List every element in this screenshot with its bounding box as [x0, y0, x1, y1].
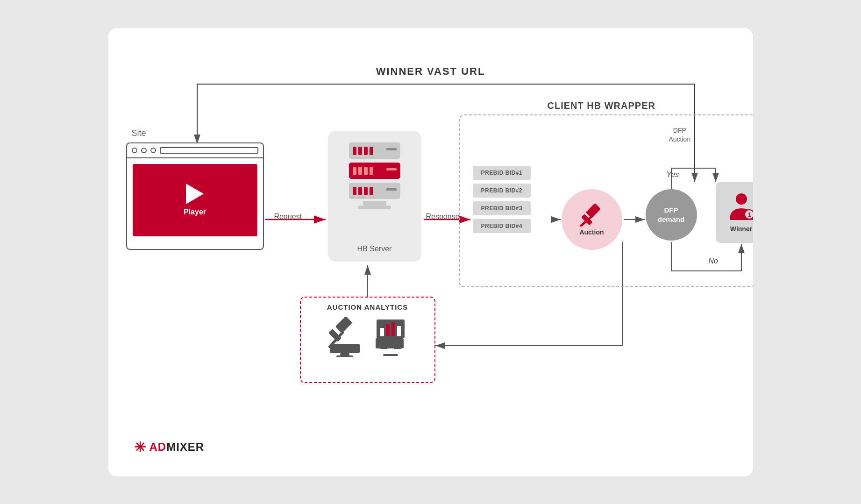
svg-rect-32	[349, 183, 400, 199]
bid-3: PREBID BID#3	[473, 201, 531, 215]
svg-rect-21	[353, 147, 356, 155]
svg-rect-30	[370, 167, 373, 175]
svg-rect-46	[335, 316, 352, 333]
bid-2: PREBID BID#2	[473, 184, 531, 198]
svg-rect-51	[336, 355, 353, 357]
svg-rect-27	[353, 167, 356, 175]
svg-rect-53	[380, 345, 387, 349]
auction-label: Auction	[579, 228, 604, 236]
dfp-demand-circle: DFP demand	[646, 189, 697, 241]
svg-rect-29	[364, 167, 368, 175]
bid-4: PREBID BID#4	[473, 219, 531, 233]
hb-server-box: HB Server	[328, 131, 421, 262]
svg-rect-24	[370, 147, 373, 155]
svg-rect-36	[370, 187, 373, 195]
diagram: WINNER VAST URL Site Player	[108, 28, 753, 476]
svg-rect-38	[363, 201, 386, 206]
svg-rect-35	[364, 187, 368, 195]
bids-column: PREBID BID#1 PREBID BID#2 PREBID BID#3 P…	[473, 166, 531, 233]
analytics-label: AUCTION ANALYTICS	[327, 303, 408, 311]
svg-text:1: 1	[747, 212, 751, 218]
url-bar	[160, 147, 258, 154]
svg-rect-20	[349, 142, 400, 159]
player-box: Player	[126, 142, 264, 250]
svg-rect-22	[358, 147, 362, 155]
dfp-auction-top-label: DFPAuction	[669, 126, 691, 144]
yes-label: Yes	[667, 170, 679, 179]
svg-rect-26	[349, 163, 400, 179]
svg-rect-39	[358, 206, 391, 209]
svg-point-43	[736, 193, 747, 205]
client-hb-wrapper-label: CLIENT HB WRAPPER	[548, 100, 655, 111]
svg-rect-23	[364, 147, 368, 155]
analytics-icons	[326, 315, 409, 357]
browser-dot-3	[150, 148, 156, 153]
request-label: Request	[274, 213, 302, 221]
svg-rect-60	[397, 326, 401, 336]
site-label: Site	[132, 128, 146, 138]
svg-rect-55	[383, 354, 398, 356]
player-label: Player	[184, 208, 206, 216]
svg-rect-49	[330, 344, 360, 353]
no-label: No	[709, 257, 718, 265]
browser-dot-2	[141, 148, 147, 153]
admixer-star-icon: ✳	[134, 439, 146, 455]
svg-rect-54	[394, 345, 401, 349]
browser-dot-1	[132, 148, 137, 153]
auction-circle: Auction	[562, 189, 622, 250]
svg-rect-25	[386, 148, 397, 150]
hb-server-label: HB Server	[357, 245, 392, 253]
browser-bar	[127, 143, 263, 158]
svg-rect-33	[353, 187, 356, 195]
svg-rect-37	[386, 188, 397, 191]
main-card: WINNER VAST URL Site Player	[108, 28, 753, 476]
svg-rect-59	[391, 322, 395, 336]
dfp-demand-line2: demand	[658, 215, 685, 224]
svg-rect-34	[358, 187, 362, 195]
svg-rect-57	[380, 328, 384, 336]
winner-label: Winner	[730, 225, 752, 233]
dfp-demand-line1: DFP	[664, 206, 678, 215]
admixer-text: ADMIXER	[149, 440, 205, 454]
response-label: Response	[426, 213, 460, 221]
svg-rect-40	[586, 203, 601, 218]
bid-1: PREBID BID#1	[473, 166, 531, 180]
admixer-logo: ✳ ADMIXER	[134, 439, 205, 455]
svg-rect-50	[340, 353, 349, 355]
svg-rect-58	[386, 324, 390, 336]
video-area: Player	[133, 164, 257, 236]
play-button-icon	[186, 184, 204, 204]
analytics-box: AUCTION ANALYTICS	[300, 297, 435, 383]
svg-rect-28	[358, 167, 362, 175]
winner-box: 1 Winner	[716, 182, 753, 243]
winner-vast-url-title: WINNER VAST URL	[376, 65, 485, 78]
svg-rect-31	[386, 168, 397, 170]
server-icon	[344, 140, 405, 214]
